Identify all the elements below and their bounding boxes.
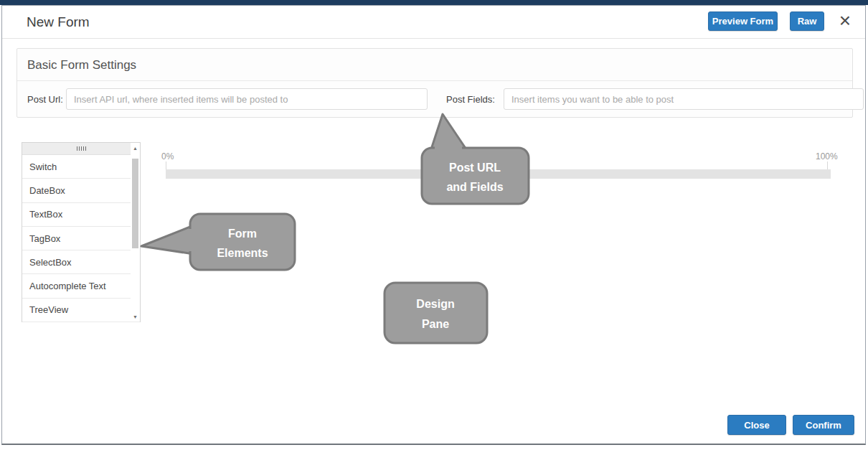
slider-min-label: 0% — [161, 151, 174, 161]
callout-line: Design — [416, 298, 454, 310]
confirm-button[interactable]: Confirm — [793, 415, 854, 435]
callout-line: Post URL — [449, 161, 501, 174]
toolbox-item-datebox[interactable]: DateBox — [22, 179, 140, 202]
toolbox-drag-strip[interactable] — [22, 143, 140, 155]
post-fields-label: Post Fields: — [446, 94, 495, 105]
toolbox-item-textbox[interactable]: TextBox — [22, 203, 140, 227]
toolbox-item-treeview[interactable]: TreeView — [22, 299, 140, 322]
scroll-down-icon[interactable]: ▼ — [131, 311, 140, 322]
dialog-header: New Form Preview Form Raw × — [2, 6, 865, 39]
callout-post-url-and-fields: Post URL and Fields — [416, 110, 538, 214]
toolbox-item-selectbox[interactable]: SelectBox — [22, 250, 140, 274]
preview-form-button[interactable]: Preview Form — [708, 11, 778, 31]
toolbox-item-autocomplete-text[interactable]: Autocomplete Text — [22, 274, 140, 298]
callout-line: and Fields — [446, 181, 503, 193]
settings-divider — [17, 80, 852, 81]
form-elements-toolbox: Switch DateBox TextBox TagBox SelectBox … — [22, 142, 141, 322]
close-icon[interactable]: × — [834, 7, 856, 34]
settings-panel-title: Basic Form Settings — [27, 58, 136, 72]
post-url-input[interactable] — [66, 88, 428, 110]
toolbox-item-switch[interactable]: Switch — [22, 155, 140, 179]
slider-tick-min — [166, 161, 166, 169]
callout-line: Pane — [422, 318, 449, 330]
new-form-dialog: New Form Preview Form Raw × Basic Form S… — [1, 5, 866, 445]
slider-tick-max — [827, 161, 828, 169]
drag-handle-icon — [77, 146, 86, 151]
dialog-title: New Form — [27, 14, 90, 30]
close-button[interactable]: Close — [727, 415, 786, 435]
callout-line: Elements — [217, 247, 268, 259]
page: New Form Preview Form Raw × Basic Form S… — [0, 0, 868, 450]
slider-max-label: 100% — [816, 151, 838, 161]
scroll-up-icon[interactable]: ▲ — [131, 143, 140, 153]
post-url-label: Post Url: — [27, 94, 63, 105]
basic-form-settings-panel: Basic Form Settings Post Url: Post Field… — [16, 48, 853, 118]
toolbox-item-tagbox[interactable]: TagBox — [22, 227, 140, 250]
callout-design-pane: Design Pane — [380, 278, 495, 350]
callout-line: Form — [228, 228, 257, 240]
raw-button[interactable]: Raw — [790, 11, 824, 31]
callout-form-elements: Form Elements — [133, 208, 305, 280]
post-fields-input[interactable] — [504, 88, 864, 110]
background-page-strip — [0, 0, 868, 5]
